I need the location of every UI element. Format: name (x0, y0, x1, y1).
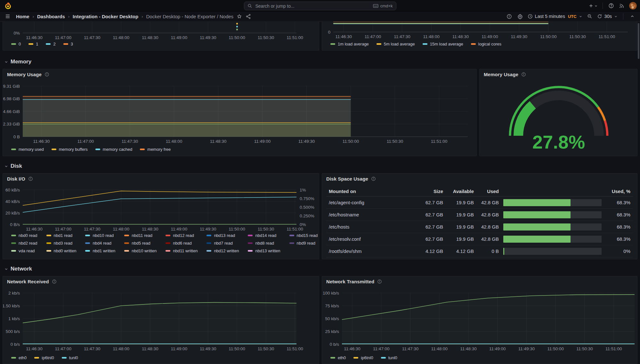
legend-item[interactable]: eth0 (11, 355, 27, 360)
legend-swatch (28, 43, 33, 45)
section-header-disk[interactable]: Disk (4, 163, 22, 169)
legend-item[interactable]: nbd14 read (248, 233, 280, 238)
legend-item[interactable]: eth0 (330, 355, 346, 360)
collapse-toolbar-button[interactable] (628, 12, 637, 21)
legend-item[interactable]: 3 (63, 42, 73, 46)
legend-item[interactable]: 1 (28, 42, 38, 46)
panel-memory-usage[interactable]: Memory Usage 11:46:3011:47:0011:47:3011:… (3, 69, 477, 156)
panel-load-average-partial[interactable]: 11:46:3011:47:0011:47:3011:48:0011:48:30… (322, 22, 637, 51)
legend-item[interactable]: 1m load average (330, 42, 369, 46)
panel-network-received[interactable]: Network Received 11:46:3011:47:0011:47:3… (3, 276, 319, 364)
scrollbar-thumb[interactable] (638, 23, 639, 59)
svg-text:11:47:00: 11:47:00 (55, 346, 72, 351)
breadcrumb-dashboards[interactable]: Dashboards (37, 14, 65, 19)
panel-memory-usage-gauge[interactable]: Memory Usage 27.8% (479, 69, 637, 156)
breadcrumb-separator: › (33, 14, 34, 19)
legend-item[interactable]: nbd2 read (11, 241, 37, 246)
legend-item[interactable]: nbd12 written (207, 248, 239, 253)
legend-item[interactable]: nbd15 read (289, 233, 318, 238)
legend-item[interactable]: ip6tnl0 (353, 355, 373, 360)
legend-item[interactable]: 5m load average (377, 42, 415, 46)
section-header-memory[interactable]: Memory (4, 59, 31, 65)
magnifier-minus-icon (587, 14, 592, 19)
legend-item[interactable]: nbd5 read (124, 241, 157, 246)
legend-item[interactable]: vda read (11, 248, 37, 253)
legend-item[interactable]: memory used (11, 147, 44, 152)
legend-item[interactable]: 2 (46, 42, 55, 46)
legend-item[interactable]: nbd10 written (124, 248, 157, 253)
usage-bar-track (503, 211, 602, 218)
legend-swatch (11, 149, 16, 150)
table-row: /etc/hostname62.7 GB19.9 GB42.8 GB68.3% (326, 209, 633, 221)
legend-item[interactable]: ip6tnl0 (34, 355, 54, 360)
table-row: /etc/resolv.conf62.7 GB19.9 GB42.8 GB68.… (326, 233, 633, 245)
legend-item[interactable]: nbd13 read (207, 233, 239, 238)
time-range-picker[interactable]: Last 5 minutes UTC (527, 12, 583, 21)
search-input[interactable] (255, 3, 370, 9)
breadcrumb-home[interactable]: Home (16, 14, 29, 19)
legend-item[interactable]: logical cores (471, 42, 501, 46)
legend-item[interactable]: 15m load average (423, 42, 463, 46)
legend-item[interactable]: nbd0 read (11, 233, 37, 238)
legend-item[interactable]: nbd3 read (46, 241, 77, 246)
mega-menu-button[interactable] (3, 12, 12, 21)
legend-label: nbd13 written (255, 248, 280, 253)
share-dashboard-button[interactable] (244, 12, 253, 21)
legend-label: nbd12 read (173, 233, 194, 238)
used-percent-cell: 68.3% (604, 236, 633, 242)
column-header[interactable]: Used (476, 189, 501, 194)
legend-item[interactable]: nbd4 read (85, 241, 115, 246)
legend-swatch (289, 242, 294, 244)
help-button[interactable] (607, 1, 616, 10)
svg-text:11:49:00: 11:49:00 (171, 35, 187, 40)
legend-swatch (124, 250, 129, 252)
grafana-logo-icon[interactable] (4, 2, 12, 10)
svg-text:11:48:30: 11:48:30 (460, 346, 477, 351)
legend-item[interactable]: nbd6 read (166, 241, 198, 246)
legend-item[interactable]: nbd9 read (289, 241, 318, 246)
dashboard-insights-button[interactable] (505, 12, 514, 21)
legend-item[interactable]: nbd7 read (207, 241, 239, 246)
column-header[interactable]: Mounted on (326, 189, 415, 194)
legend-item[interactable]: tunl0 (62, 355, 78, 360)
legend-item[interactable]: nbd8 read (248, 241, 280, 246)
news-button[interactable] (617, 1, 626, 10)
legend-label: nbd2 read (19, 241, 37, 246)
zoom-out-time-button[interactable] (585, 12, 594, 21)
legend-item[interactable]: 0 (11, 42, 21, 46)
legend-item[interactable]: tunl0 (381, 355, 397, 360)
legend-item[interactable]: memory free (140, 147, 171, 152)
value-cell: 19.9 GB (446, 224, 476, 230)
breadcrumb-folder[interactable]: Integration - Docker Desktop (73, 14, 138, 19)
help-icon (608, 3, 614, 9)
refresh-button[interactable]: 30s (596, 12, 619, 21)
info-icon[interactable] (521, 72, 526, 77)
user-avatar[interactable] (629, 2, 637, 10)
legend-item[interactable]: nbd0 written (46, 248, 77, 253)
panel-disk-io[interactable]: Disk I/O 11:46:3011:47:0011:47:3011:48:0… (3, 173, 319, 259)
legend-item[interactable]: nbd13 written (248, 248, 280, 253)
legend-swatch (46, 43, 51, 45)
column-header[interactable]: Available (446, 189, 476, 194)
legend-swatch (248, 235, 253, 236)
legend-item[interactable]: memory buffers (52, 147, 88, 152)
legend-item[interactable]: nbd1 written (85, 248, 115, 253)
legend-item[interactable]: nbd12 read (166, 233, 198, 238)
legend-item[interactable]: nbd11 written (166, 248, 198, 253)
legend-item[interactable]: nbd10 read (85, 233, 115, 238)
column-header[interactable]: Size (415, 189, 446, 194)
column-header[interactable]: Used, % (604, 189, 633, 194)
section-header-network[interactable]: Network (4, 266, 32, 272)
panel-network-transmitted[interactable]: Network Transmitted 11:46:3011:47:0011:4… (322, 276, 637, 364)
new-button[interactable] (587, 1, 599, 10)
panel-cpu-usage-partial[interactable]: 11:46:3011:47:0011:47:3011:48:0011:48:30… (3, 22, 319, 51)
star-dashboard-button[interactable] (235, 12, 244, 21)
legend-item[interactable]: nbd11 read (124, 233, 157, 238)
legend-item[interactable]: nbd1 read (46, 233, 77, 238)
panel-disk-space-usage[interactable]: Disk Space Usage Mounted onSizeAvailable… (322, 173, 637, 259)
legend-item[interactable]: memory cached (95, 147, 132, 152)
dashboard-settings-button[interactable] (516, 12, 525, 21)
svg-text:0.250%: 0.250% (300, 214, 314, 218)
info-icon[interactable] (371, 176, 376, 181)
global-search[interactable]: cmd+k (244, 2, 396, 10)
